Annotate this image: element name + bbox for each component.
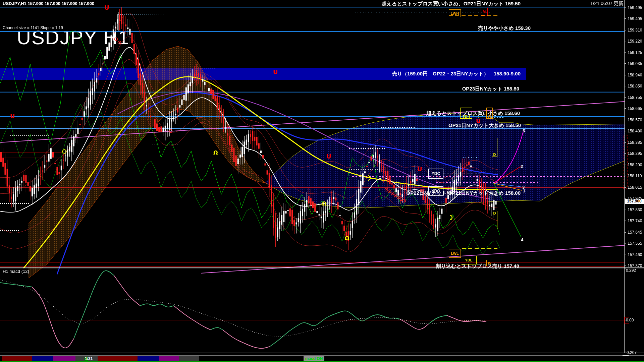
lastweek-low-box[interactable]: LWL	[449, 249, 461, 258]
wave-label-5: 5	[523, 128, 525, 133]
macd-toggle-button[interactable]: macd ON	[304, 356, 324, 361]
macd-axis-zero: 0.00	[626, 318, 634, 322]
price-axis-label: 158.850	[628, 84, 642, 88]
yesterday-open-box[interactable]: YDO	[428, 186, 443, 196]
note-159-50: 超えるとストップロス買い小さめ、OP21日NYカット 159.50	[381, 1, 521, 7]
note-sell-zone: 売り（159.00円 OP22・23日NYカット） 158.90-9.00	[392, 71, 521, 77]
note-158-60: 超えるとストップロス買い小さめ 158.60	[426, 110, 520, 117]
session-bar-segment[interactable]	[159, 356, 179, 361]
channel-info: Channel size = 1141 Slope = 1.19	[3, 25, 63, 30]
monthly-box[interactable]: M	[481, 8, 488, 15]
price-axis-label: 157.740	[628, 219, 642, 223]
price-axis-label: 159.405	[628, 16, 642, 21]
price-axis-label: 157.830	[628, 207, 642, 212]
price-axis-label: 158.755	[628, 95, 642, 100]
wave-label-1: 1	[523, 188, 525, 193]
price-axis-label: 158.110	[628, 174, 642, 178]
session-bar-segment[interactable]	[2, 356, 32, 361]
session-bar-segment[interactable]	[53, 356, 75, 361]
session-bar-segment[interactable]	[179, 356, 199, 361]
macd-axis-min: -0.207	[625, 350, 637, 355]
yesterday-close-box[interactable]: YDC	[428, 169, 443, 179]
price-axis-label: 158.015	[628, 185, 642, 190]
yesterday-high-box[interactable]: YDH	[460, 108, 472, 119]
note-158-80: OP23日NYカット 158.80	[462, 86, 519, 92]
price-axis-label: 158.200	[628, 163, 642, 167]
price-axis-label: 158.665	[628, 106, 642, 111]
note-159-30: 売りやや小さめ 159.30	[478, 25, 531, 32]
macd-indicator-label: H1 macd (12)	[3, 269, 29, 274]
price-axis-label: 157.555	[628, 241, 642, 246]
price-axis-label: 158.295	[628, 151, 642, 156]
price-axis-label: 157.370	[628, 263, 642, 268]
note-158-50: OP21日NYカット大きめ 158.50	[448, 122, 521, 129]
yesterday-low-box[interactable]: YDL	[461, 256, 477, 264]
current-price-tag: 157.900	[625, 199, 644, 204]
price-axis-label: 159.495	[628, 5, 642, 10]
weekly-high-box[interactable]: W	[486, 108, 493, 119]
note-158-00: OP22日NYカット/OP21日NYカット大きめ 158.00	[407, 190, 521, 196]
price-axis-label: 157.460	[628, 252, 642, 257]
session-date-label: 1/21	[85, 356, 93, 361]
price-axis-label: 158.570	[628, 118, 642, 122]
macd-axis-max: 0.292	[626, 268, 636, 273]
price-axis-label: 158.385	[628, 140, 642, 145]
price-axis-label: 159.125	[628, 50, 642, 55]
price-axis-label: 158.480	[628, 129, 642, 133]
price-axis-label: 158.940	[628, 73, 642, 77]
price-chart-canvas[interactable]	[0, 0, 644, 362]
session-bar-segment[interactable]	[138, 356, 159, 361]
price-axis-label: 159.035	[628, 61, 642, 66]
price-axis-label: 159.220	[628, 39, 642, 44]
daily-range-box-lower[interactable]: D	[492, 211, 497, 229]
session-bar-segment[interactable]	[98, 356, 138, 361]
mt4-chart-window: USDJPY H1 USDJPY,H1 157.900 157.900 157.…	[0, 0, 644, 362]
daily-range-box-upper[interactable]: D	[492, 138, 497, 157]
weekly-low-box[interactable]: W	[486, 260, 493, 266]
lastweek-high-box[interactable]: LWH	[449, 9, 461, 17]
note-157-40: 割り込むとストップロス売り 157.40	[436, 263, 519, 269]
session-bar-segment[interactable]	[32, 356, 53, 361]
price-axis-label: 159.310	[628, 28, 642, 33]
price-axis-label: 157.645	[628, 230, 642, 235]
last-updated: 1/21 06:07 更新	[590, 1, 623, 7]
wave-label-2: 2	[521, 164, 523, 169]
symbol-ohlc-title: USDJPY,H1 157.900 157.900 157.900 157.90…	[3, 1, 94, 6]
wave-label-4: 4	[521, 237, 523, 242]
